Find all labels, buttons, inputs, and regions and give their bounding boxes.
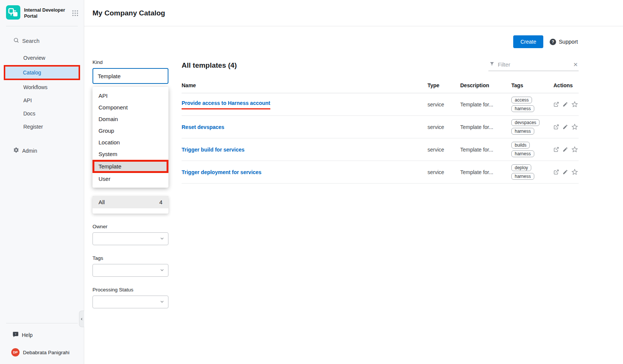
- tag-chip[interactable]: access: [511, 97, 532, 103]
- edit-pencil-icon[interactable]: [562, 102, 568, 107]
- row-tags: devspaces harness: [511, 119, 550, 135]
- column-header-name: Name: [182, 82, 427, 88]
- search-label: Search: [22, 38, 39, 44]
- table-header-row: Name Type Description Tags Actions: [182, 80, 579, 93]
- app-title: Internal Developer Portal: [24, 7, 65, 20]
- row-description: Template for...: [460, 169, 511, 175]
- kind-option-template[interactable]: Template: [94, 162, 167, 171]
- kind-label: Kind: [92, 59, 168, 65]
- search-icon: [13, 37, 19, 44]
- question-icon: ?: [550, 39, 556, 45]
- sidebar-item-api[interactable]: API: [6, 94, 78, 106]
- kind-option-location[interactable]: Location: [92, 136, 168, 148]
- table-row: Provide access to Harness account servic…: [182, 93, 579, 116]
- svg-text:?: ?: [15, 332, 17, 336]
- row-tags: deploy harness: [511, 164, 550, 180]
- tag-chip[interactable]: harness: [511, 105, 534, 112]
- sidebar-item-overview[interactable]: Overview: [6, 52, 78, 64]
- open-in-new-icon[interactable]: [553, 169, 559, 175]
- edit-pencil-icon[interactable]: [562, 147, 568, 152]
- open-in-new-icon[interactable]: [553, 147, 559, 152]
- annotation-box-template: Template: [92, 160, 168, 173]
- apps-grid-icon[interactable]: [72, 10, 79, 17]
- tag-chip[interactable]: devspaces: [511, 119, 540, 126]
- annotation-underline: Provide access to Harness account: [182, 100, 270, 109]
- row-actions: [550, 169, 579, 175]
- star-icon[interactable]: [571, 146, 578, 153]
- tag-chip[interactable]: builds: [511, 142, 530, 149]
- filter-input[interactable]: [498, 61, 570, 68]
- open-in-new-icon[interactable]: [553, 102, 559, 107]
- template-link[interactable]: Reset devspaces: [182, 124, 224, 130]
- tags-filter-group: Tags: [92, 255, 168, 277]
- user-menu[interactable]: DP Debabrata Panigrahi: [0, 341, 84, 358]
- row-type: service: [427, 169, 460, 175]
- tag-chip[interactable]: deploy: [511, 164, 531, 171]
- kind-dropdown-menu: API Component Domain Group Location Syst…: [92, 87, 168, 188]
- list-filter: ✕: [488, 59, 579, 71]
- star-icon[interactable]: [571, 169, 578, 175]
- sidebar-item-register[interactable]: Register: [6, 121, 78, 133]
- create-button[interactable]: Create: [513, 35, 543, 48]
- support-button[interactable]: ? Support: [550, 39, 578, 45]
- divider: [6, 26, 78, 26]
- processing-status-select[interactable]: [92, 296, 168, 308]
- chevron-down-icon: [160, 267, 164, 274]
- kind-select[interactable]: Template: [92, 68, 168, 84]
- page-header: My Company Catalog: [84, 0, 623, 26]
- admin-label: Admin: [22, 148, 37, 154]
- sidebar-item-docs[interactable]: Docs: [6, 108, 78, 120]
- kind-option-group[interactable]: Group: [92, 125, 168, 136]
- kind-option-system[interactable]: System: [92, 148, 168, 160]
- kind-counts-panel: All 4: [92, 196, 168, 214]
- main-area: My Company Catalog Create ? Support Kind…: [84, 0, 623, 364]
- brand: Internal Developer Portal: [0, 0, 84, 26]
- kind-count-all-value: 4: [159, 199, 162, 205]
- row-type: service: [427, 147, 460, 153]
- kind-option-component[interactable]: Component: [92, 102, 168, 113]
- open-in-new-icon[interactable]: [553, 124, 559, 130]
- table-row: Trigger build for services service Templ…: [182, 138, 579, 161]
- sidebar-bottom: ? Help DP Debabrata Panigrahi: [0, 323, 84, 364]
- column-header-type: Type: [427, 82, 460, 88]
- app-window: Internal Developer Portal Search Overvie…: [0, 0, 623, 364]
- tags-label: Tags: [92, 255, 168, 261]
- edit-pencil-icon[interactable]: [562, 124, 568, 130]
- star-icon[interactable]: [571, 101, 578, 108]
- kind-option-api[interactable]: API: [92, 90, 168, 102]
- kind-option-domain[interactable]: Domain: [92, 113, 168, 125]
- sidebar: Internal Developer Portal Search Overvie…: [0, 0, 84, 364]
- filters-panel: Kind Template API Component Domain Group…: [92, 59, 168, 308]
- chevron-down-icon: [160, 299, 164, 305]
- template-link[interactable]: Trigger deployment for services: [182, 169, 261, 175]
- owner-select[interactable]: [92, 232, 168, 245]
- funnel-icon: [489, 61, 495, 68]
- tag-chip[interactable]: harness: [511, 173, 534, 180]
- kind-option-user[interactable]: User: [92, 173, 168, 185]
- processing-status-filter-group: Processing Status: [92, 287, 168, 308]
- templates-table: Name Type Description Tags Actions Provi…: [182, 80, 579, 184]
- avatar: DP: [11, 348, 20, 356]
- row-description: Template for...: [460, 102, 511, 108]
- sidebar-item-help[interactable]: ? Help: [0, 329, 84, 341]
- sidebar-item-admin[interactable]: Admin: [0, 144, 84, 158]
- sidebar-collapse-handle[interactable]: [79, 311, 84, 327]
- owner-filter-group: Owner: [92, 224, 168, 245]
- star-icon[interactable]: [571, 124, 578, 130]
- sidebar-item-catalog[interactable]: Catalog: [5, 67, 79, 79]
- edit-pencil-icon[interactable]: [562, 169, 568, 175]
- template-link[interactable]: Trigger build for services: [182, 147, 244, 153]
- tag-chip[interactable]: harness: [511, 128, 534, 135]
- table-row: Trigger deployment for services service …: [182, 161, 579, 184]
- tags-select[interactable]: [92, 264, 168, 277]
- row-actions: [550, 146, 579, 153]
- support-label: Support: [559, 39, 578, 45]
- column-header-tags: Tags: [511, 82, 550, 88]
- template-link[interactable]: Provide access to Harness account: [182, 100, 270, 106]
- toolbar: Create ? Support: [84, 26, 623, 48]
- clear-filter-icon[interactable]: ✕: [573, 62, 578, 67]
- sidebar-item-workflows[interactable]: Workflows: [6, 81, 78, 93]
- tag-chip[interactable]: harness: [511, 150, 534, 157]
- kind-count-all[interactable]: All 4: [92, 196, 168, 208]
- sidebar-search[interactable]: Search: [0, 34, 84, 48]
